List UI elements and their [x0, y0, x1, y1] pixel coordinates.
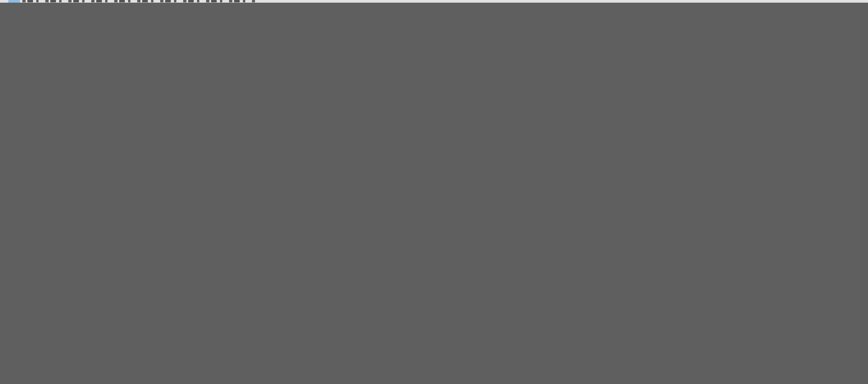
background-text-fragment — [22, 0, 255, 2]
background-tab-fragment — [8, 0, 20, 3]
background-window-sliver — [0, 0, 868, 3]
